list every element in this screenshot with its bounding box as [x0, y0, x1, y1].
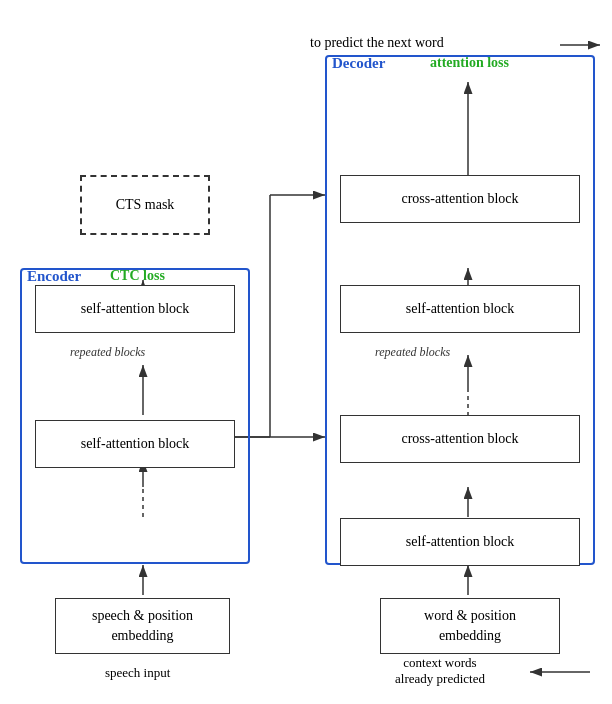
decoder-cross-attention-bottom: cross-attention block — [340, 415, 580, 463]
decoder-self-attention-top: self-attention block — [340, 285, 580, 333]
decoder-label: Decoder — [332, 55, 385, 72]
word-embedding-box: word & positionembedding — [380, 598, 560, 654]
decoder-self-attention-bottom: self-attention block — [340, 518, 580, 566]
encoder-label: Encoder — [27, 268, 81, 285]
attention-loss-label: attention loss — [430, 55, 509, 71]
speech-embedding-box: speech & positionembedding — [55, 598, 230, 654]
decoder-cross-attention-top: cross-attention block — [340, 175, 580, 223]
encoder-repeated-blocks: repeated blocks — [70, 345, 145, 360]
ctc-loss-label: CTC loss — [110, 268, 165, 284]
decoder-repeated-blocks: repeated blocks — [375, 345, 450, 360]
speech-input-label: speech input — [105, 665, 170, 681]
predict-next-label: to predict the next word — [310, 35, 444, 51]
encoder-self-attention-bottom: self-attention block — [35, 420, 235, 468]
architecture-diagram: to predict the next word Decoder attenti… — [0, 0, 612, 704]
context-words-label: context wordsalready predicted — [375, 655, 505, 687]
cts-mask-box: CTS mask — [80, 175, 210, 235]
encoder-self-attention-top: self-attention block — [35, 285, 235, 333]
